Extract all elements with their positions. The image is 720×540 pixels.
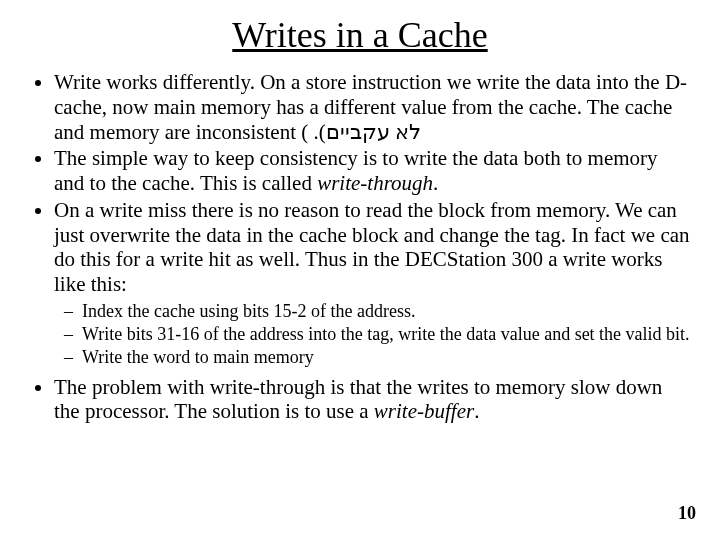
sub-bullet-text: Write bits 31-16 of the address into the…	[82, 324, 690, 344]
term-write-buffer: write-buffer	[374, 399, 474, 423]
sub-bullet-item: Write the word to main memory	[82, 347, 692, 368]
page-number: 10	[678, 503, 696, 524]
bullet-text: .	[433, 171, 438, 195]
sub-bullet-item: Index the cache using bits 15-2 of the a…	[82, 301, 692, 322]
bullet-item: The problem with write-through is that t…	[54, 375, 692, 425]
bullet-text-hebrew: לא עקביים	[326, 120, 421, 144]
sub-bullet-text: Index the cache using bits 15-2 of the a…	[82, 301, 415, 321]
bullet-list: Write works differently. On a store inst…	[28, 70, 692, 424]
bullet-text: The problem with write-through is that t…	[54, 375, 662, 424]
slide-title: Writes in a Cache	[28, 14, 692, 56]
bullet-text: On a write miss there is no reason to re…	[54, 198, 690, 296]
bullet-item: Write works differently. On a store inst…	[54, 70, 692, 144]
sub-bullet-item: Write bits 31-16 of the address into the…	[82, 324, 692, 345]
sub-bullet-list: Index the cache using bits 15-2 of the a…	[54, 301, 692, 369]
slide: Writes in a Cache Write works differentl…	[0, 0, 720, 540]
bullet-item: On a write miss there is no reason to re…	[54, 198, 692, 369]
sub-bullet-text: Write the word to main memory	[82, 347, 314, 367]
term-write-through: write-through	[317, 171, 433, 195]
bullet-item: The simple way to keep consistency is to…	[54, 146, 692, 196]
bullet-text: .	[474, 399, 479, 423]
